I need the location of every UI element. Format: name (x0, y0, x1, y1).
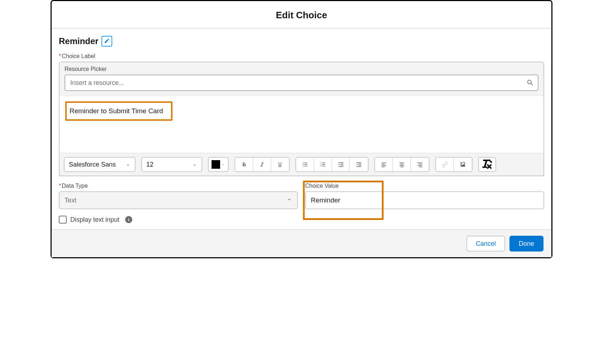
svg-rect-10 (322, 164, 325, 165)
svg-point-32 (128, 218, 129, 219)
pencil-icon (104, 38, 110, 45)
data-type-select[interactable]: Text (59, 191, 298, 209)
svg-rect-5 (304, 166, 307, 167)
font-size-value: 12 (146, 161, 153, 168)
align-group (374, 157, 429, 172)
svg-rect-14 (340, 165, 343, 166)
svg-rect-4 (304, 164, 307, 165)
svg-rect-30 (417, 165, 422, 166)
color-swatch-icon (212, 160, 220, 169)
underline-button[interactable] (271, 158, 289, 171)
outdent-button[interactable] (350, 158, 368, 171)
choice-value-input[interactable] (305, 191, 544, 209)
insert-group (435, 157, 473, 172)
svg-rect-19 (356, 166, 361, 167)
choice-label-editor: Resource Picker Reminder to Submit Time … (59, 62, 544, 176)
data-type-label: Data Type (59, 183, 298, 189)
display-text-input-row: Display text input (59, 216, 544, 224)
align-right-button[interactable] (411, 158, 429, 171)
svg-point-0 (303, 162, 303, 163)
svg-rect-12 (338, 162, 343, 163)
resource-picker-label: Resource Picker (65, 66, 538, 72)
svg-rect-24 (399, 163, 404, 163)
svg-rect-31 (419, 167, 422, 167)
resource-picker-header: Resource Picker (60, 62, 543, 96)
svg-text:3: 3 (321, 165, 322, 167)
done-button[interactable]: Done (509, 236, 543, 252)
image-button[interactable] (454, 158, 472, 171)
modal-body: Reminder Choice Label Resource Picker R (52, 29, 551, 229)
resource-name-row: Reminder (59, 36, 544, 47)
link-button[interactable] (436, 158, 454, 171)
search-icon (526, 79, 534, 87)
modal-header: Edit Choice (52, 1, 551, 29)
choice-value-label: Choice Value (305, 183, 544, 189)
resource-picker-input[interactable] (65, 75, 538, 91)
data-type-column: Data Type Text (59, 183, 298, 209)
edit-name-button[interactable] (101, 36, 112, 47)
edit-choice-modal: Edit Choice Reminder Choice Label Resour… (51, 0, 552, 258)
font-family-select[interactable]: Salesforce Sans (64, 157, 136, 172)
svg-rect-23 (381, 167, 385, 167)
text-color-select[interactable] (208, 157, 229, 172)
align-left-button[interactable] (375, 158, 393, 171)
svg-rect-25 (400, 164, 403, 165)
svg-rect-16 (356, 162, 361, 163)
clear-format-button[interactable] (478, 157, 496, 172)
chevron-down-icon (192, 162, 197, 167)
svg-rect-18 (359, 165, 361, 166)
align-center-button[interactable] (393, 158, 411, 171)
svg-rect-3 (304, 163, 307, 163)
svg-rect-20 (381, 163, 386, 163)
indent-button[interactable] (332, 158, 350, 171)
cancel-button[interactable]: Cancel (466, 236, 505, 252)
rich-text-value: Reminder to Submit Time Card (65, 101, 172, 121)
lower-form-row: Data Type Text Choice Value (59, 183, 544, 209)
numbered-list-button[interactable]: 123 (314, 158, 332, 171)
list-group: 123 (295, 157, 369, 172)
modal-title: Edit Choice (52, 10, 551, 21)
svg-rect-21 (381, 164, 385, 165)
svg-rect-33 (128, 219, 129, 221)
rich-text-area[interactable]: Reminder to Submit Time Card (60, 96, 543, 153)
choice-value-column: Choice Value (305, 183, 544, 209)
resource-picker-wrap (65, 75, 538, 91)
svg-rect-22 (381, 165, 386, 166)
font-size-select[interactable]: 12 (141, 157, 202, 172)
svg-rect-26 (399, 165, 404, 166)
svg-rect-13 (340, 164, 343, 164)
svg-rect-27 (400, 167, 403, 167)
resource-name: Reminder (59, 36, 99, 46)
display-text-input-label: Display text input (70, 216, 119, 224)
svg-point-1 (303, 164, 303, 165)
data-type-value: Text (65, 197, 76, 204)
chevron-down-icon (286, 197, 292, 204)
svg-point-2 (303, 166, 303, 166)
svg-rect-15 (338, 166, 343, 167)
svg-rect-17 (359, 164, 361, 164)
svg-rect-11 (322, 166, 325, 167)
bold-button[interactable] (235, 158, 253, 171)
display-text-input-checkbox[interactable] (59, 216, 67, 224)
info-icon[interactable] (125, 216, 132, 223)
chevron-down-icon (222, 161, 225, 168)
modal-footer: Cancel Done (52, 229, 551, 257)
svg-rect-29 (419, 164, 422, 165)
font-family-value: Salesforce Sans (69, 161, 116, 168)
italic-button[interactable] (253, 158, 271, 171)
chevron-down-icon (125, 162, 130, 167)
bullet-list-button[interactable] (296, 158, 314, 171)
svg-rect-9 (322, 163, 325, 163)
rich-text-toolbar: Salesforce Sans 12 (60, 153, 543, 176)
choice-label-field-label: Choice Label (59, 53, 544, 59)
svg-rect-28 (417, 163, 422, 163)
text-style-group (234, 157, 290, 172)
